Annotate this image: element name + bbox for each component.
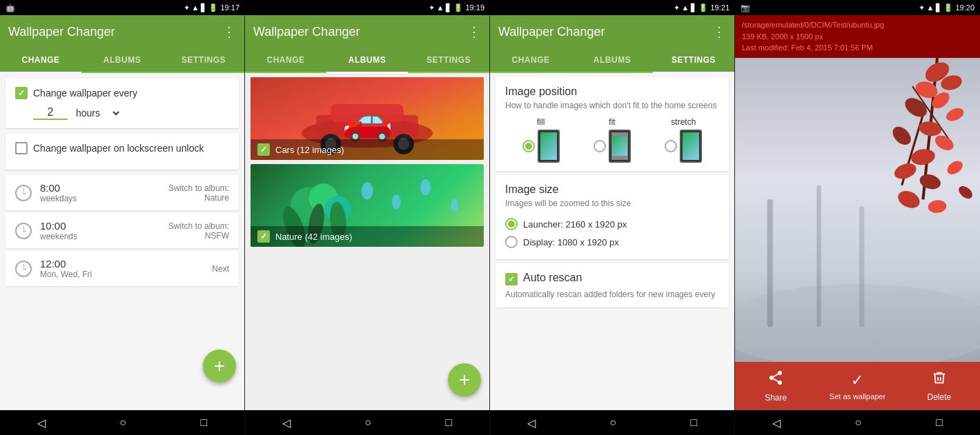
menu-icon-2[interactable]: ⋮ [467, 23, 481, 40]
share-button[interactable]: Share [735, 362, 816, 410]
radio-launcher-inner [508, 221, 515, 227]
nav-bar-3: ◁ ○ □ [490, 410, 735, 435]
phone-thumb-fill [538, 130, 560, 163]
svg-point-14 [362, 182, 373, 199]
panel-settings: Wallpaper Changer ⋮ CHANGE ALBUMS SETTIN… [490, 15, 735, 410]
home-button-3[interactable]: ○ [601, 414, 625, 432]
album-nature-label: Nature (42 images) [275, 232, 352, 242]
home-button-1[interactable]: ○ [111, 414, 135, 432]
pos-stretch[interactable]: stretch [665, 117, 702, 163]
album-cars-checkbox[interactable] [257, 143, 270, 156]
tab-change-3[interactable]: CHANGE [490, 48, 571, 72]
pos-stretch-label: stretch [671, 117, 696, 127]
status-bar-3: ✦ ▲ ▋ 🔋 19:21 [490, 0, 735, 15]
add-schedule-fab[interactable]: + [203, 350, 236, 383]
lockscreen-checkbox[interactable] [15, 142, 28, 154]
signal-icon: ▋ [201, 3, 206, 12]
image-size-title: Image size [505, 183, 719, 196]
image-position-options: fill [505, 117, 719, 163]
schedule-time-value-0: 8:00 [40, 182, 168, 194]
schedule-time-2: 12:00 Mon, Wed, Fri [40, 258, 212, 279]
set-wallpaper-label: Set as wallpaper [830, 392, 885, 401]
appbar-2: Wallpaper Changer ⋮ [245, 15, 489, 48]
phone-thumb-stretch [680, 130, 702, 163]
album-cars-label: Cars (12 images) [275, 145, 344, 155]
pos-fit-radio [594, 130, 631, 163]
tab-albums-2[interactable]: ALBUMS [326, 48, 408, 72]
radio-fill[interactable] [522, 140, 535, 152]
album-cars[interactable]: Cars (12 images) [251, 77, 484, 160]
tab-change-2[interactable]: CHANGE [245, 48, 326, 72]
battery-icon-4: 🔋 [943, 3, 953, 12]
tab-settings-2[interactable]: SETTINGS [408, 48, 489, 72]
menu-icon-1[interactable]: ⋮ [222, 23, 236, 40]
schedule-time-value-1: 10:00 [40, 220, 168, 232]
radio-display[interactable] [505, 236, 518, 248]
nav-bar-1: ◁ ○ □ [0, 410, 245, 435]
auto-rescan-title: Auto rescan [523, 272, 582, 284]
appbar-1: Wallpaper Changer ⋮ [0, 15, 244, 48]
pos-fill-radio [522, 130, 560, 163]
hours-input[interactable] [33, 106, 68, 120]
back-button-4[interactable]: ◁ [764, 414, 789, 432]
battery-icon-2: 🔋 [453, 3, 463, 12]
svg-line-45 [774, 379, 778, 382]
pos-fit[interactable]: fit [594, 117, 631, 163]
album-nature-checkbox[interactable] [257, 230, 270, 243]
delete-button[interactable]: Delete [899, 362, 980, 410]
schedule-days-2: Mon, Wed, Fri [40, 270, 212, 279]
image-position-card: Image position How to handle images whic… [496, 77, 729, 171]
image-size-subtitle: Images will be zoomed to this size [505, 199, 719, 208]
schedule-item-1[interactable]: 10:00 weekends Switch to album: NSFW [6, 213, 239, 248]
schedule-time-value-2: 12:00 [40, 258, 212, 270]
wifi-icon-2: ▲ [437, 3, 444, 12]
svg-rect-40 [816, 185, 821, 326]
tab-albums-3[interactable]: ALBUMS [571, 48, 653, 72]
schedule-item-0[interactable]: 8:00 weekdays Switch to album: Nature [6, 175, 239, 210]
tab-change-1[interactable]: CHANGE [0, 48, 81, 72]
panel-albums: Wallpaper Changer ⋮ CHANGE ALBUMS SETTIN… [245, 15, 490, 410]
recents-button-2[interactable]: □ [438, 414, 461, 432]
svg-rect-39 [767, 199, 773, 327]
radio-fit[interactable] [594, 140, 606, 152]
schedule-item-2[interactable]: 12:00 Mon, Wed, Fri Next [6, 251, 239, 286]
size-option-launcher[interactable]: Launcher: 2160 x 1920 px [505, 215, 719, 233]
signal-icon-4: ▋ [936, 3, 941, 12]
set-wallpaper-button[interactable]: ✓ Set as wallpaper [816, 362, 898, 410]
tab-settings-1[interactable]: SETTINGS [163, 48, 244, 72]
radio-launcher[interactable] [505, 218, 518, 230]
bluetooth-icon-4: ✦ [919, 3, 925, 12]
back-button-1[interactable]: ◁ [29, 414, 54, 432]
recents-button-1[interactable]: □ [193, 414, 216, 432]
panel-change: Wallpaper Changer ⋮ CHANGE ALBUMS SETTIN… [0, 15, 245, 410]
image-position-subtitle: How to handle images which don't fit to … [505, 101, 719, 110]
svg-line-46 [774, 374, 778, 377]
bluetooth-icon: ✦ [184, 3, 190, 12]
pos-fit-label: fit [609, 117, 615, 127]
hours-select[interactable]: hours minutes days [73, 107, 121, 119]
radio-stretch[interactable] [665, 140, 677, 152]
change-every-checkbox[interactable] [15, 87, 28, 99]
back-button-2[interactable]: ◁ [274, 414, 299, 432]
menu-icon-3[interactable]: ⋮ [712, 23, 726, 40]
appbar-3: Wallpaper Changer ⋮ [490, 15, 734, 48]
recents-button-3[interactable]: □ [683, 414, 706, 432]
auto-rescan-checkbox[interactable] [505, 273, 518, 285]
tabs-2: CHANGE ALBUMS SETTINGS [245, 48, 489, 73]
back-button-3[interactable]: ◁ [519, 414, 544, 432]
recents-button-4[interactable]: □ [928, 414, 951, 432]
home-button-2[interactable]: ○ [356, 414, 380, 432]
add-album-fab[interactable]: + [448, 363, 481, 396]
pos-fill[interactable]: fill [522, 117, 560, 163]
home-button-4[interactable]: ○ [847, 414, 870, 432]
status-bar-2: ✦ ▲ ▋ 🔋 19:19 [245, 0, 490, 15]
battery-icon-3: 🔋 [698, 3, 708, 12]
auto-rescan-card: Auto rescan Automatically rescan added f… [496, 263, 729, 307]
schedule-action-0: Switch to album: Nature [168, 183, 229, 203]
tab-settings-3[interactable]: SETTINGS [653, 48, 734, 72]
size-option-display[interactable]: Display: 1080 x 1920 px [505, 233, 719, 251]
tab-albums-1[interactable]: ALBUMS [81, 48, 163, 72]
album-nature[interactable]: Nature (42 images) [251, 164, 484, 247]
share-label: Share [765, 393, 787, 403]
nav-bar-2: ◁ ○ □ [245, 410, 490, 435]
